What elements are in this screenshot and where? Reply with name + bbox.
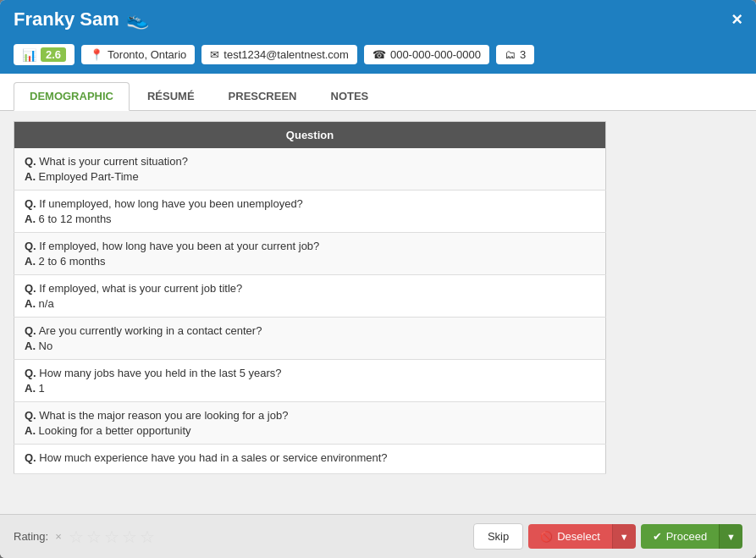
qa-table: Question Q. What is your current situati… xyxy=(14,121,606,474)
answer-text: A. Employed Part-Time xyxy=(25,170,595,183)
table-row: Q. If unemployed, how long have you been… xyxy=(14,191,606,233)
skip-button[interactable]: Skip xyxy=(473,523,523,550)
close-button[interactable]: × xyxy=(731,10,742,29)
answer-text: A. No xyxy=(25,340,595,352)
table-row: Q. If employed, what is your current job… xyxy=(14,275,606,318)
email-icon: ✉ xyxy=(210,48,219,61)
rating-label: Rating: xyxy=(14,530,48,543)
table-area: Question Q. What is your current situati… xyxy=(0,111,756,514)
header-title-area: Franky Sam 👟 xyxy=(14,8,149,30)
title-icon: 👟 xyxy=(126,8,149,30)
location-icon: 📍 xyxy=(90,48,103,61)
docs-icon: 🗂 xyxy=(505,48,516,61)
star-1[interactable]: ☆ xyxy=(69,527,84,547)
answer-text: A. 1 xyxy=(25,382,595,395)
table-row: Q. If employed, how long have you been a… xyxy=(14,233,606,275)
tab-demographic[interactable]: DEMOGRAPHIC xyxy=(14,82,130,111)
proceed-button[interactable]: ✔ Proceed xyxy=(641,524,719,549)
stars-container: ☆ ☆ ☆ ☆ ☆ xyxy=(69,527,155,547)
modal-footer: Rating: × ☆ ☆ ☆ ☆ ☆ Skip 🚫 Deselect ▼ xyxy=(0,514,756,558)
answer-text: A. 2 to 6 months xyxy=(25,255,595,268)
score-badge: 📊 2.6 xyxy=(14,44,74,65)
proceed-button-group: ✔ Proceed ▼ xyxy=(641,524,742,549)
star-clear-button[interactable]: × xyxy=(55,530,62,543)
question-text: Q. If unemployed, how long have you been… xyxy=(25,197,595,210)
rating-section: Rating: × ☆ ☆ ☆ ☆ ☆ xyxy=(14,527,155,547)
answer-text: A. n/a xyxy=(25,297,595,310)
location-badge: 📍 Toronto, Ontario xyxy=(81,45,195,64)
tab-prescreen[interactable]: PRESCREEN xyxy=(212,82,313,110)
star-4[interactable]: ☆ xyxy=(122,527,137,547)
docs-badge: 🗂 3 xyxy=(496,45,534,64)
question-text: Q. What is your current situation? xyxy=(25,155,595,168)
star-2[interactable]: ☆ xyxy=(86,527,102,547)
candidate-name: Franky Sam xyxy=(14,8,119,30)
bar-chart-icon: 📊 xyxy=(22,48,36,62)
modal-header: Franky Sam 👟 × xyxy=(0,0,756,39)
table-row: Q. Are you currently working in a contac… xyxy=(14,318,606,360)
question-text: Q. If employed, what is your current job… xyxy=(25,282,595,295)
question-text: Q. How much experience have you had in a… xyxy=(25,451,595,464)
email-badge: ✉ test1234@talentnest.com xyxy=(201,45,357,64)
table-header: Question xyxy=(14,122,606,149)
proceed-check-icon: ✔ xyxy=(653,530,662,543)
deselect-button[interactable]: 🚫 Deselect xyxy=(528,524,612,549)
location-text: Toronto, Ontario xyxy=(108,48,186,61)
tabs-bar: DEMOGRAPHIC RÉSUMÉ PRESCREEN NOTES xyxy=(0,74,756,111)
answer-text: A. 6 to 12 months xyxy=(25,213,595,225)
email-text: test1234@talentnest.com xyxy=(223,48,349,61)
docs-count: 3 xyxy=(520,48,526,61)
phone-text: 000-000-000-0000 xyxy=(390,48,481,61)
proceed-dropdown-button[interactable]: ▼ xyxy=(719,524,742,549)
deselect-icon: 🚫 xyxy=(540,531,553,543)
deselect-dropdown-button[interactable]: ▼ xyxy=(612,524,636,549)
deselect-label: Deselect xyxy=(557,530,600,543)
star-3[interactable]: ☆ xyxy=(104,527,119,547)
question-text: Q. Are you currently working in a contac… xyxy=(25,324,595,337)
answer-text: A. Looking for a better opportunity xyxy=(25,424,595,437)
phone-icon: ☎ xyxy=(372,48,386,61)
proceed-label: Proceed xyxy=(666,530,707,543)
score-value: 2.6 xyxy=(41,47,66,62)
deselect-button-group: 🚫 Deselect ▼ xyxy=(528,524,635,549)
question-text: Q. What is the major reason you are look… xyxy=(25,409,595,422)
phone-badge: ☎ 000-000-000-0000 xyxy=(364,45,489,64)
footer-actions: Skip 🚫 Deselect ▼ ✔ Proceed ▼ xyxy=(473,523,742,550)
table-row: Q. What is the major reason you are look… xyxy=(14,402,606,445)
table-row: Q. How many jobs have you held in the la… xyxy=(14,360,606,402)
info-bar: 📊 2.6 📍 Toronto, Ontario ✉ test1234@tale… xyxy=(0,39,756,74)
table-row: Q. How much experience have you had in a… xyxy=(14,445,606,474)
tab-notes[interactable]: NOTES xyxy=(315,82,385,110)
modal-container: Franky Sam 👟 × 📊 2.6 📍 Toronto, Ontario … xyxy=(0,0,756,558)
table-row: Q. What is your current situation?A. Emp… xyxy=(14,148,606,191)
tab-resume[interactable]: RÉSUMÉ xyxy=(131,82,211,110)
question-text: Q. If employed, how long have you been a… xyxy=(25,240,595,252)
star-5[interactable]: ☆ xyxy=(140,527,155,547)
question-text: Q. How many jobs have you held in the la… xyxy=(25,367,595,379)
